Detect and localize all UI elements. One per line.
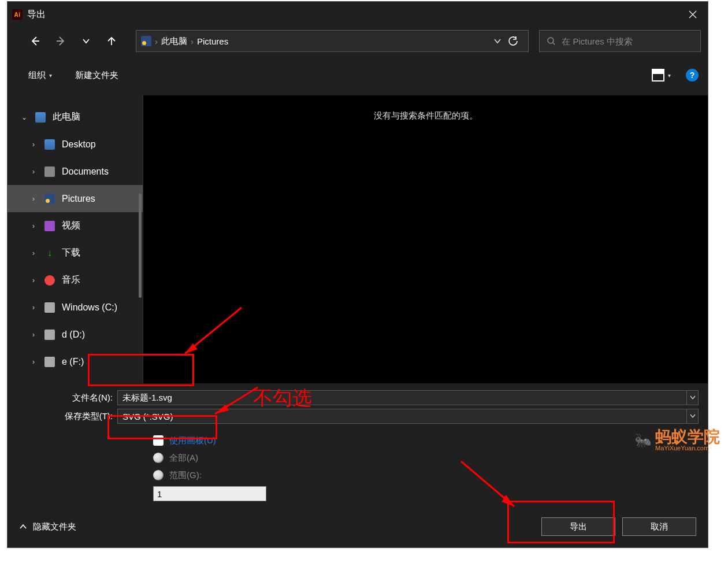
music-folder-icon bbox=[44, 275, 55, 286]
illustrator-app-icon: Ai bbox=[12, 9, 23, 20]
tree-label: Windows (C:) bbox=[62, 302, 117, 313]
expand-icon[interactable]: › bbox=[29, 140, 38, 149]
nav-back-button[interactable] bbox=[24, 29, 47, 53]
chevron-up-icon bbox=[19, 523, 27, 531]
expand-icon[interactable]: › bbox=[29, 276, 38, 284]
arrow-right-icon bbox=[55, 35, 66, 47]
expand-icon[interactable]: › bbox=[29, 331, 38, 339]
artboard-range-radio[interactable] bbox=[153, 470, 164, 480]
sidebar-scrollbar[interactable] bbox=[139, 194, 142, 298]
drive-icon bbox=[44, 330, 55, 340]
hide-folders-label: 隐藏文件夹 bbox=[33, 521, 76, 532]
downloads-folder-icon: ↓ bbox=[44, 248, 55, 258]
filetype-dropdown-button[interactable] bbox=[687, 409, 699, 424]
close-icon bbox=[689, 10, 697, 18]
view-mode-dropdown[interactable]: ▾ bbox=[652, 69, 671, 82]
pc-icon bbox=[35, 112, 46, 123]
export-button[interactable]: 导出 bbox=[541, 517, 615, 536]
hide-folders-toggle[interactable]: 隐藏文件夹 bbox=[19, 521, 76, 532]
tree-label: e (F:) bbox=[62, 357, 84, 367]
tree-item-documents[interactable]: › Documents bbox=[8, 158, 143, 185]
artboard-range-label: 范围(G): bbox=[169, 470, 202, 481]
tree-item-drive-d[interactable]: › d (D:) bbox=[8, 321, 143, 348]
expand-icon[interactable]: › bbox=[29, 358, 38, 366]
nav-recent-dropdown[interactable] bbox=[75, 29, 98, 53]
drive-icon bbox=[44, 357, 55, 367]
search-box[interactable] bbox=[539, 30, 701, 52]
filetype-value: SVG (*.SVG) bbox=[122, 412, 173, 421]
desktop-folder-icon bbox=[44, 139, 55, 150]
tree-item-this-pc[interactable]: ⌄ 此电脑 bbox=[8, 103, 143, 131]
dialog-title: 导出 bbox=[27, 9, 46, 21]
refresh-button[interactable] bbox=[503, 36, 523, 46]
filename-label: 文件名(N): bbox=[21, 393, 117, 404]
main-area: ⌄ 此电脑 › Desktop › Documents › Pictures › bbox=[8, 95, 708, 383]
view-mode-icon bbox=[652, 69, 664, 82]
tree-item-drive-c[interactable]: › Windows (C:) bbox=[8, 294, 143, 321]
tree-label: Pictures bbox=[62, 194, 95, 204]
organize-menu[interactable]: 组织 ▾ bbox=[28, 70, 52, 81]
organize-label: 组织 bbox=[28, 70, 46, 81]
tree-label: 此电脑 bbox=[53, 111, 80, 123]
breadcrumb-item-thispc[interactable]: 此电脑 bbox=[161, 36, 187, 47]
artboard-range-input[interactable] bbox=[153, 486, 266, 501]
sidebar-tree: ⌄ 此电脑 › Desktop › Documents › Pictures › bbox=[8, 95, 143, 383]
titlebar: Ai 导出 bbox=[8, 2, 708, 27]
nav-up-button[interactable] bbox=[100, 29, 123, 53]
pictures-folder-icon bbox=[44, 194, 55, 204]
collapse-icon[interactable]: ⌄ bbox=[20, 113, 28, 121]
chevron-down-icon[interactable] bbox=[493, 37, 502, 45]
help-button[interactable]: ? bbox=[686, 69, 699, 82]
search-icon bbox=[547, 36, 555, 46]
chevron-down-icon bbox=[690, 413, 696, 419]
tree-item-pictures[interactable]: › Pictures bbox=[8, 185, 143, 212]
documents-folder-icon bbox=[44, 166, 55, 177]
caret-down-icon: ▾ bbox=[668, 72, 671, 79]
expand-icon[interactable]: › bbox=[29, 168, 38, 176]
filetype-label: 保存类型(T): bbox=[21, 411, 117, 422]
tree-item-drive-e[interactable]: › e (F:) bbox=[8, 348, 143, 375]
tree-label: Documents bbox=[62, 166, 109, 177]
footer: 隐藏文件夹 导出 取消 bbox=[8, 506, 708, 547]
expand-icon[interactable]: › bbox=[29, 249, 38, 257]
filetype-select[interactable]: SVG (*.SVG) bbox=[117, 409, 687, 424]
breadcrumb-bar[interactable]: › 此电脑 › Pictures bbox=[136, 30, 529, 52]
tree-label: d (D:) bbox=[62, 330, 85, 340]
nav-row: › 此电脑 › Pictures bbox=[8, 27, 708, 55]
tree-item-music[interactable]: › 音乐 bbox=[8, 267, 143, 294]
new-folder-label: 新建文件夹 bbox=[75, 70, 118, 81]
new-folder-button[interactable]: 新建文件夹 bbox=[75, 70, 118, 81]
filename-input[interactable] bbox=[117, 390, 687, 405]
breadcrumb-separator: › bbox=[155, 36, 158, 46]
expand-icon[interactable]: › bbox=[29, 303, 38, 312]
artboard-all-label: 全部(A) bbox=[169, 453, 198, 464]
tree-label: 下载 bbox=[62, 247, 80, 259]
filename-dropdown-button[interactable] bbox=[687, 390, 699, 405]
use-artboards-label: 使用画板(U) bbox=[169, 435, 216, 446]
svg-point-0 bbox=[548, 38, 554, 43]
arrow-up-icon bbox=[106, 35, 117, 47]
tree-item-desktop[interactable]: › Desktop bbox=[8, 131, 143, 158]
caret-down-icon: ▾ bbox=[49, 72, 52, 79]
cancel-button[interactable]: 取消 bbox=[622, 517, 696, 536]
toolbar: 组织 ▾ 新建文件夹 ▾ ? bbox=[8, 55, 708, 95]
tree-item-downloads[interactable]: › ↓ 下载 bbox=[8, 239, 143, 267]
expand-icon[interactable]: › bbox=[29, 195, 38, 203]
use-artboards-checkbox[interactable] bbox=[153, 435, 164, 446]
tree-item-video[interactable]: › 视频 bbox=[8, 212, 143, 239]
breadcrumb-item-pictures[interactable]: Pictures bbox=[197, 36, 228, 46]
chevron-down-icon bbox=[82, 37, 90, 45]
tree-label: 视频 bbox=[62, 220, 80, 232]
close-button[interactable] bbox=[678, 2, 708, 27]
refresh-icon bbox=[508, 36, 518, 46]
search-input[interactable] bbox=[562, 36, 693, 46]
drive-icon bbox=[44, 302, 55, 313]
form-area: 文件名(N): 保存类型(T): SVG (*.SVG) 使用画板(U) 全部(… bbox=[8, 383, 708, 506]
empty-message: 没有与搜索条件匹配的项。 bbox=[143, 110, 708, 121]
artboard-all-radio[interactable] bbox=[153, 453, 164, 463]
export-dialog: Ai 导出 › 此电脑 › Pictures bbox=[7, 1, 708, 548]
tree-label: 音乐 bbox=[62, 274, 80, 286]
expand-icon[interactable]: › bbox=[29, 222, 38, 230]
file-list-pane: 没有与搜索条件匹配的项。 bbox=[143, 95, 708, 383]
nav-forward-button[interactable] bbox=[49, 29, 72, 53]
